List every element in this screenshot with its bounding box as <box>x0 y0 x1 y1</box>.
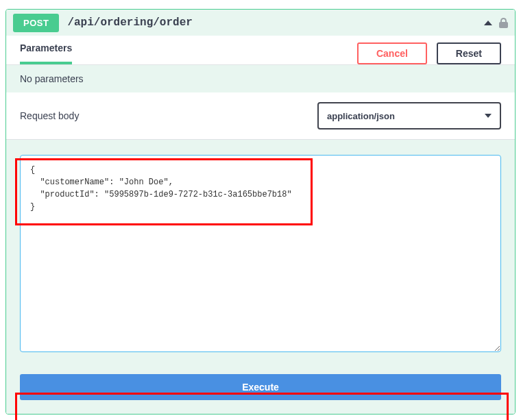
reset-button[interactable]: Reset <box>437 42 501 64</box>
chevron-up-icon[interactable] <box>484 21 492 25</box>
content-type-value: application/json <box>327 111 395 121</box>
execute-button[interactable]: Execute <box>20 374 501 400</box>
content-type-select[interactable]: application/json <box>317 102 501 129</box>
operation-header[interactable]: POST /api/ordering/order <box>6 10 515 36</box>
endpoint-path: /api/ordering/order <box>67 16 192 29</box>
tab-parameters[interactable]: Parameters <box>20 42 72 64</box>
request-body-label: Request body <box>20 110 317 121</box>
api-operation-panel: POST /api/ordering/order Parameters Canc… <box>5 9 516 415</box>
lock-icon[interactable] <box>499 18 508 28</box>
no-parameters-label: No parameters <box>6 65 515 92</box>
request-body-area <box>6 140 515 374</box>
chevron-down-icon <box>485 114 492 118</box>
cancel-button[interactable]: Cancel <box>357 42 427 64</box>
tabs-row: Parameters Cancel Reset <box>6 36 515 65</box>
http-method-badge: POST <box>13 14 59 32</box>
request-body-textarea[interactable] <box>20 155 501 352</box>
request-body-row: Request body application/json <box>6 92 515 140</box>
